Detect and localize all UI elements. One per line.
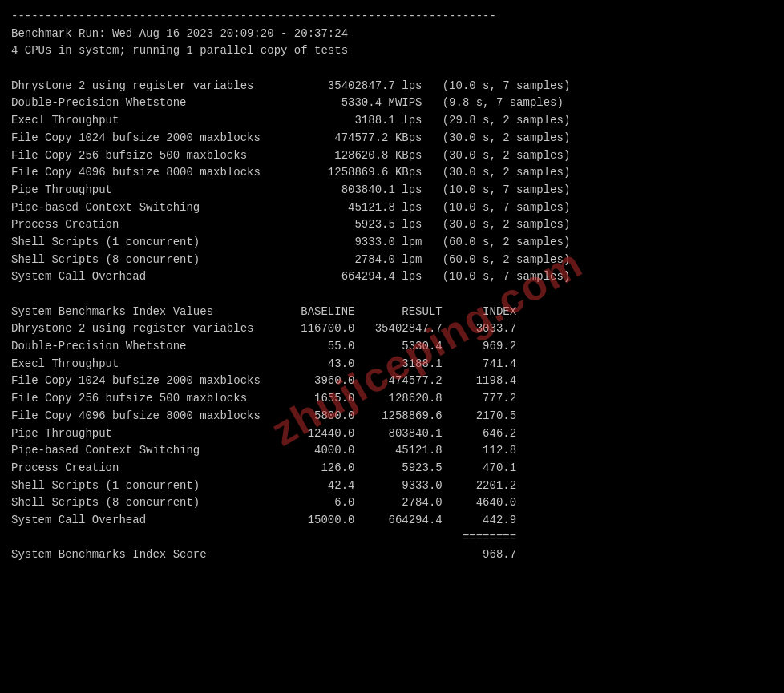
index-table-section: System Benchmarks Index Values BASELINE …: [11, 304, 773, 564]
cpu-info-line: 4 CPUs in system; running 1 parallel cop…: [11, 42, 773, 60]
index-table-row: File Copy 4096 bufsize 8000 maxblocks 58…: [11, 408, 773, 425]
system-benchmark-score: System Benchmarks Index Score 968.7: [11, 546, 773, 564]
index-table-row: File Copy 1024 bufsize 2000 maxblocks 39…: [11, 373, 773, 390]
benchmark-result-row: Pipe Throughput 803840.1 lps (10.0 s, 7 …: [11, 182, 773, 199]
index-table-row: System Call Overhead 15000.0 664294.4 44…: [11, 512, 773, 530]
index-table-row: Pipe Throughput 12440.0 803840.1 646.2: [11, 425, 773, 443]
separator-top: ----------------------------------------…: [11, 8, 773, 26]
index-table-row: Execl Throughput 43.0 3188.1 741.4: [11, 356, 773, 373]
index-table-row: Shell Scripts (8 concurrent) 6.0 2784.0 …: [11, 494, 773, 512]
benchmark-result-row: File Copy 256 bufsize 500 maxblocks 1286…: [11, 147, 773, 165]
index-table-row: Shell Scripts (1 concurrent) 42.4 9333.0…: [11, 477, 773, 495]
index-table-row: Double-Precision Whetstone 55.0 5330.4 9…: [11, 338, 773, 356]
index-table-row: Process Creation 126.0 5923.5 470.1: [11, 460, 773, 477]
index-table-row: Dhrystone 2 using register variables 116…: [11, 320, 773, 338]
benchmark-result-row: Pipe-based Context Switching 45121.8 lps…: [11, 199, 773, 217]
benchmark-result-row: Dhrystone 2 using register variables 354…: [11, 78, 773, 95]
benchmark-result-row: Shell Scripts (8 concurrent) 2784.0 lpm …: [11, 252, 773, 269]
benchmark-result-row: Shell Scripts (1 concurrent) 9333.0 lpm …: [11, 234, 773, 252]
benchmark-result-row: File Copy 4096 bufsize 8000 maxblocks 12…: [11, 164, 773, 182]
index-table-row: Pipe-based Context Switching 4000.0 4512…: [11, 442, 773, 460]
benchmark-result-row: System Call Overhead 664294.4 lps (10.0 …: [11, 268, 773, 286]
benchmark-result-row: Execl Throughput 3188.1 lps (29.8 s, 2 s…: [11, 112, 773, 130]
benchmark-result-row: Double-Precision Whetstone 5330.4 MWIPS …: [11, 95, 773, 112]
equals-separator: ========: [11, 530, 773, 547]
benchmark-result-row: File Copy 1024 bufsize 2000 maxblocks 47…: [11, 130, 773, 147]
benchmark-result-row: Process Creation 5923.5 lps (30.0 s, 2 s…: [11, 216, 773, 234]
index-table-row: File Copy 256 bufsize 500 maxblocks 1655…: [11, 390, 773, 408]
benchmark-results-section: Dhrystone 2 using register variables 354…: [11, 78, 773, 286]
benchmark-run-line: Benchmark Run: Wed Aug 16 2023 20:09:20 …: [11, 26, 773, 43]
index-table-header: System Benchmarks Index Values BASELINE …: [11, 304, 773, 321]
